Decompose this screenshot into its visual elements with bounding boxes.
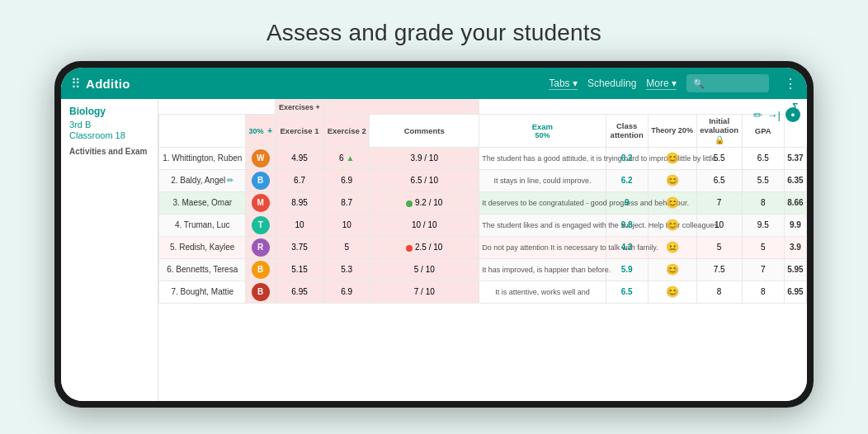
tabs-nav-item[interactable]: Tabs ▾ bbox=[549, 78, 578, 90]
exercise2-score: 9.2 / 10 bbox=[370, 191, 479, 214]
student-avatar: T bbox=[246, 214, 276, 236]
student-comment: It is attentive, works well and bbox=[479, 281, 606, 303]
lock-icon: 🔒 bbox=[715, 135, 724, 144]
gpa-score: 5.95 bbox=[784, 258, 806, 281]
gpa-score: 9.9 bbox=[784, 214, 806, 236]
more-nav-item[interactable]: More ▾ bbox=[646, 78, 677, 90]
student-avatar: W bbox=[246, 147, 276, 169]
exercise2-score: 10 / 10 bbox=[370, 214, 479, 236]
table-row: 2. Baldy, Angel✏ B 6.7 6.9 6.5 / 10 It s… bbox=[159, 169, 807, 191]
more-dots-icon[interactable]: ⋮ bbox=[784, 76, 797, 92]
table-row: 4. Truman, Luc T 10 10 10 / 10 The stude… bbox=[159, 214, 807, 236]
exercise2-score: 6.5 / 10 bbox=[370, 169, 479, 191]
sidebar-section: Activities and Exam bbox=[69, 147, 158, 156]
col-header-attention: Classattention bbox=[606, 115, 648, 148]
gpa-score: 6.35 bbox=[784, 169, 806, 191]
initial-score: 6.5 bbox=[742, 147, 784, 169]
student-name: 5. Redish, Kaylee bbox=[159, 236, 246, 258]
col-header-comments: Comments bbox=[370, 115, 479, 148]
sidebar-grade: 3rd B bbox=[69, 119, 158, 130]
search-input[interactable] bbox=[686, 74, 769, 92]
student-score: 3.75 bbox=[275, 236, 323, 258]
exam-score: 6.2 bbox=[606, 169, 648, 191]
student-name: 6. Bennetts, Teresa bbox=[159, 258, 246, 281]
student-name: 7. Bought, Mattie bbox=[159, 281, 246, 303]
student-score: 8.95 bbox=[275, 191, 323, 214]
student-name: 2. Baldy, Angel✏ bbox=[159, 169, 246, 191]
exam-percent: 50% bbox=[482, 131, 602, 139]
sidebar-room: Classroom 18 bbox=[69, 130, 158, 140]
theory-score: 6.5 bbox=[696, 169, 742, 191]
col-header-ex1: Exercise 1 bbox=[275, 115, 323, 148]
freeze-icon[interactable]: →| bbox=[767, 109, 781, 121]
exam-score: 5.9 bbox=[606, 258, 648, 281]
initial-score: 9.5 bbox=[742, 214, 784, 236]
exam-label: Exam bbox=[482, 122, 602, 131]
grade-table: Exercises + Σ bbox=[158, 99, 807, 304]
percent-label: 30% bbox=[248, 127, 263, 135]
initial-score: 5.5 bbox=[742, 169, 784, 191]
student-avatar: M bbox=[246, 191, 276, 214]
student-comment: It has improved, is happier than before. bbox=[479, 258, 606, 281]
col-header-initial: Initialevaluation 🔒 bbox=[696, 115, 742, 148]
content-area: Biology 3rd B Classroom 18 Activities an… bbox=[61, 99, 807, 401]
exercise2-score: 3.9 / 10 bbox=[370, 147, 479, 169]
exercise2-score: 7 / 10 bbox=[370, 281, 479, 303]
exercise1-score: 6 ▲ bbox=[324, 147, 370, 169]
initial-score: 8 bbox=[742, 281, 784, 303]
table-row: 1. Whittington, Ruben W 4.95 6 ▲ 3.9 / 1… bbox=[159, 147, 807, 169]
top-bar: ⠿ Additio Tabs ▾ Scheduling More ▾ ⋮ bbox=[61, 68, 807, 99]
student-name: 3. Maese, Omar bbox=[159, 191, 246, 214]
initial-score: 7 bbox=[742, 258, 784, 281]
student-comment: It deserves to be congratulated - good p… bbox=[479, 191, 606, 214]
student-score: 4.95 bbox=[275, 147, 323, 169]
exercise1-score: 6.9 bbox=[324, 169, 370, 191]
table-row: 6. Bennetts, Teresa B 5.15 5.3 5 / 10 It… bbox=[159, 258, 807, 281]
scheduling-nav-item[interactable]: Scheduling bbox=[587, 78, 636, 89]
app-name: Additio bbox=[86, 77, 130, 91]
edit-icon[interactable]: ✏ bbox=[753, 109, 762, 121]
main-table-area: ✏ →| ● Exercises + bbox=[158, 99, 807, 401]
attention-score: 😊 bbox=[648, 281, 696, 303]
student-avatar: R bbox=[246, 236, 276, 258]
student-score: 6.7 bbox=[275, 169, 323, 191]
student-avatar: B bbox=[246, 281, 276, 303]
col-header-ex2: Exercise 2 bbox=[324, 115, 370, 148]
theory-score: 7.5 bbox=[696, 258, 742, 281]
student-name: 1. Whittington, Ruben bbox=[159, 147, 246, 169]
theory-score: 5 bbox=[696, 236, 742, 258]
device-screen: ⠿ Additio Tabs ▾ Scheduling More ▾ ⋮ Bio… bbox=[61, 68, 807, 401]
student-avatar: B bbox=[246, 258, 276, 281]
student-comment: It stays in line, could improve. bbox=[479, 169, 606, 191]
exercise2-score: 2.5 / 10 bbox=[370, 236, 479, 258]
attention-score: 😊 bbox=[648, 258, 696, 281]
col-header-theory: Theory 20% bbox=[648, 115, 696, 148]
initial-score: 8 bbox=[742, 191, 784, 214]
gpa-score: 8.66 bbox=[784, 191, 806, 214]
student-score: 5.15 bbox=[275, 258, 323, 281]
col-header-exam: Exam 50% bbox=[479, 115, 606, 148]
exercise1-score: 6.9 bbox=[324, 281, 370, 303]
column-headers: 30% + Exercise 1 Exercise 2 Comments Exa… bbox=[159, 115, 807, 148]
exercise1-score: 10 bbox=[324, 214, 370, 236]
device-frame: ⠿ Additio Tabs ▾ Scheduling More ▾ ⋮ Bio… bbox=[54, 61, 814, 408]
theory-score: 8 bbox=[696, 281, 742, 303]
table-row: 5. Redish, Kaylee R 3.75 5 2.5 / 10 Do n… bbox=[159, 236, 807, 258]
gpa-score: 6.95 bbox=[784, 281, 806, 303]
page-title: Assess and grade your students bbox=[267, 20, 601, 46]
exercise1-score: 8.7 bbox=[324, 191, 370, 214]
top-nav: Tabs ▾ Scheduling More ▾ ⋮ bbox=[549, 74, 797, 92]
exercise1-score: 5.3 bbox=[324, 258, 370, 281]
gpa-score: 5.37 bbox=[784, 147, 806, 169]
exam-score: 6.5 bbox=[606, 281, 648, 303]
initial-score: 5 bbox=[742, 236, 784, 258]
student-comment: The student likes and is engaged with th… bbox=[479, 214, 606, 236]
sidebar-class-name: Biology bbox=[69, 106, 158, 119]
exercise1-score: 5 bbox=[324, 236, 370, 258]
theory-score: 7 bbox=[696, 191, 742, 214]
add-col-icon[interactable]: + bbox=[267, 126, 272, 135]
grid-icon: ⠿ bbox=[71, 76, 81, 92]
gpa-score: 3.9 bbox=[784, 236, 806, 258]
student-name: 4. Truman, Luc bbox=[159, 214, 246, 236]
table-row: 7. Bought, Mattie B 6.95 6.9 7 / 10 It i… bbox=[159, 281, 807, 303]
